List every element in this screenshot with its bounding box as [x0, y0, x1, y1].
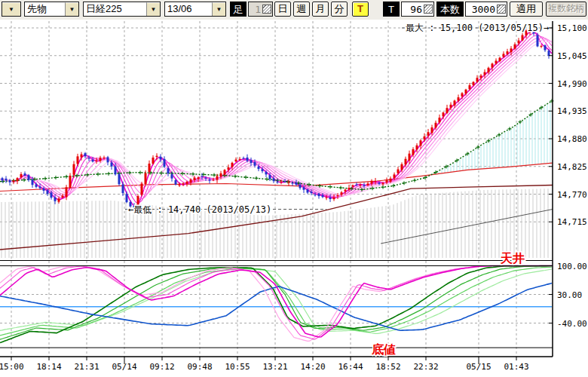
- svg-text:14,770: 14,770: [557, 190, 587, 200]
- multi-symbol-button[interactable]: 複数銘柄: [546, 2, 586, 17]
- svg-text:01:43: 01:43: [504, 362, 528, 372]
- spinner-grip-icon[interactable]: [497, 5, 506, 14]
- apply-button[interactable]: 適用: [510, 2, 543, 17]
- period-week-button[interactable]: 週: [293, 2, 310, 17]
- bar-interval-stepper[interactable]: 1: [248, 2, 273, 17]
- spinner-grip-icon[interactable]: [424, 5, 433, 14]
- svg-text:09:48: 09:48: [187, 362, 212, 372]
- chevron-down-icon[interactable]: ▼: [65, 2, 78, 16]
- svg-text:15:00: 15:00: [0, 362, 24, 372]
- chart-area[interactable]: 最大 : 15,100 (2013/05/15)→←最低 : 14,740 (2…: [0, 20, 588, 377]
- instrument-select[interactable]: 先物 ▼: [24, 2, 79, 17]
- chevron-down-icon[interactable]: ▼: [146, 2, 160, 16]
- svg-text:15,100: 15,100: [557, 23, 587, 33]
- instrument-value: 先物: [25, 2, 65, 16]
- chevron-down-icon: ▼: [2, 2, 20, 16]
- svg-text:天井: 天井: [500, 251, 525, 265]
- svg-text:14:20: 14:20: [300, 362, 325, 372]
- toolbar: ▼ 先物 ▼ 日経225 ▼ 13/06 ▼ 足 1 日 週 月 分 T T 9…: [0, 0, 588, 20]
- spinner-grip-icon[interactable]: [262, 5, 271, 14]
- symbol-value: 日経225: [84, 2, 146, 16]
- svg-text:21:31: 21:31: [74, 362, 99, 372]
- max-annotation: 最大 : 15,100 (2013/05/15)→: [402, 23, 553, 33]
- tick-count-stepper[interactable]: 96: [401, 2, 434, 17]
- svg-text:10:55: 10:55: [225, 362, 250, 372]
- bottom-label: 底値: [371, 342, 396, 357]
- svg-text:-40.00: -40.00: [557, 319, 587, 329]
- svg-text:100.00: 100.00: [557, 262, 587, 271]
- bar-interval-value: 1: [255, 4, 261, 15]
- bars-count-label: 本数: [436, 2, 464, 17]
- period-minute-button[interactable]: 分: [331, 2, 348, 17]
- svg-text:←最低 : 14,740 (2013/05/13): ←最低 : 14,740 (2013/05/13): [128, 204, 271, 215]
- tick-count-value: 96: [410, 4, 422, 15]
- svg-text:30.00: 30.00: [557, 290, 582, 300]
- contract-month-select[interactable]: 13/06 ▼: [164, 2, 226, 17]
- history-dropdown[interactable]: ▼: [2, 2, 21, 17]
- chart-application-window: { "toolbar": { "mini_dropdown_arrow": "▼…: [0, 0, 588, 377]
- price-and-oscillator-chart: 最大 : 15,100 (2013/05/15)→←最低 : 14,740 (2…: [0, 20, 588, 377]
- svg-text:13:21: 13:21: [262, 362, 287, 372]
- svg-text:14,880: 14,880: [557, 134, 587, 144]
- svg-text:22:32: 22:32: [413, 362, 438, 372]
- svg-text:05/15: 05/15: [466, 362, 491, 372]
- svg-text:16:44: 16:44: [338, 362, 363, 372]
- svg-text:14,990: 14,990: [557, 79, 587, 89]
- svg-text:15,045: 15,045: [557, 51, 587, 61]
- bar-type-label: 足: [230, 2, 247, 17]
- svg-text:05/14: 05/14: [112, 362, 136, 372]
- svg-text:14,715: 14,715: [557, 217, 587, 227]
- period-month-button[interactable]: 月: [312, 2, 329, 17]
- svg-text:18:14: 18:14: [36, 362, 61, 372]
- period-day-button[interactable]: 日: [274, 2, 291, 17]
- bars-count-value: 3000: [472, 4, 495, 15]
- svg-text:最大 : 15,100 (2013/05/15)→: 最大 : 15,100 (2013/05/15)→: [406, 23, 549, 33]
- tick-count-label: T: [383, 2, 400, 17]
- ceiling-label: 天井: [500, 251, 525, 265]
- svg-text:14,825: 14,825: [557, 162, 587, 172]
- chevron-down-icon[interactable]: ▼: [212, 2, 225, 16]
- tick-mode-button[interactable]: T: [352, 2, 369, 17]
- svg-text:18:52: 18:52: [375, 362, 400, 372]
- bars-count-stepper[interactable]: 3000: [465, 2, 507, 17]
- svg-text:底値: 底値: [371, 342, 396, 357]
- svg-text:14,935: 14,935: [557, 106, 587, 116]
- symbol-select[interactable]: 日経225 ▼: [83, 2, 161, 17]
- contract-month-value: 13/06: [165, 2, 212, 16]
- svg-text:09:12: 09:12: [149, 362, 174, 372]
